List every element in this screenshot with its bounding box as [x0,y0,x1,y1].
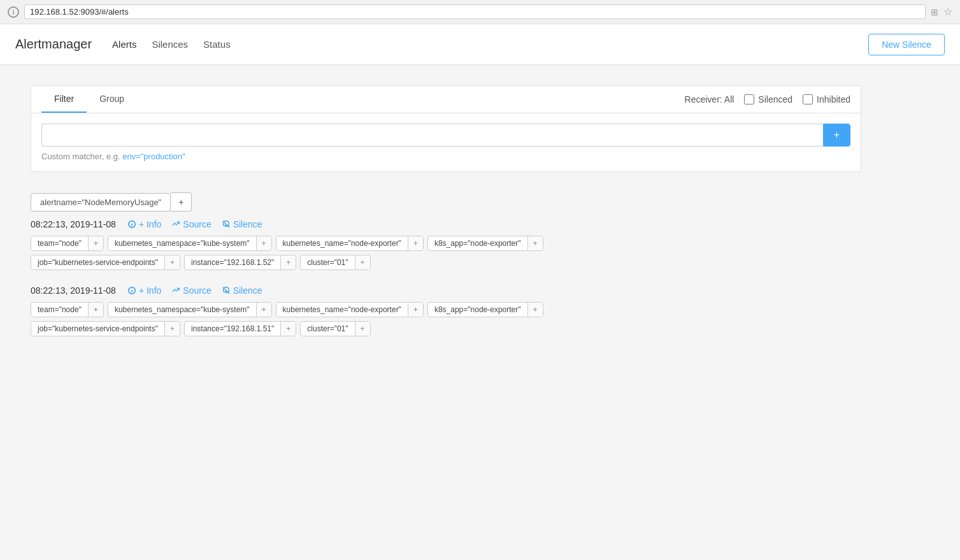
alert-item-0-1: 08:22:13, 2019-11-08 + Info Source Silen… [31,285,861,336]
label-tag: team="node"+ [31,302,104,317]
tab-group-btn[interactable]: Group [87,86,137,113]
label-tag-plus-button[interactable]: + [256,236,271,250]
filter-tabs: Filter Group Receiver: All Silenced Inhi… [31,86,861,113]
label-tag-plus-button[interactable]: + [527,236,543,250]
app-title: Alertmanager [15,37,92,52]
info-link[interactable]: + Info [127,219,161,229]
alert-labels-row-1: job="kubernetes-service-endpoints"+insta… [31,255,861,270]
filter-card: Filter Group Receiver: All Silenced Inhi… [31,85,861,172]
label-tag-text: k8s_app="node-exporter" [428,236,527,250]
filter-input-row: + [41,124,850,147]
alert-labels-row-1: job="kubernetes-service-endpoints"+insta… [31,321,861,336]
svg-point-2 [131,222,132,223]
label-tag: kubernetes_name="node-exporter"+ [276,236,424,251]
label-tag-text: kubernetes_namespace="kube-system" [108,303,256,317]
alert-labels-row-0: team="node"+kubernetes_namespace="kube-s… [31,302,861,317]
silenced-checkbox-group: Silenced [744,94,792,104]
browser-chrome: i 192.168.1.52:9093/#/alerts ⊞ ☆ [0,0,960,24]
filter-hint-example: env="production" [122,152,185,161]
label-tag-text: k8s_app="node-exporter" [428,303,527,317]
label-tag-text: cluster="01" [301,322,354,336]
label-tag: k8s_app="node-exporter"+ [427,236,543,251]
bookmark-icon[interactable]: ☆ [943,6,952,18]
nav-status[interactable]: Status [203,36,231,52]
label-tag-text: team="node" [31,303,88,317]
alert-time: 08:22:13, 2019-11-08 [31,285,116,296]
label-tag-text: instance="192.168.1.52" [185,255,280,269]
label-tag: instance="192.168.1.52"+ [184,255,296,270]
page-info-icon[interactable]: i [8,6,19,18]
inhibited-label: Inhibited [817,94,850,104]
tab-group: Filter Group [41,86,137,113]
source-link[interactable]: Source [171,219,211,229]
label-tag-plus-button[interactable]: + [164,255,180,269]
label-tag-plus-button[interactable]: + [280,255,296,269]
label-tag-text: kubernetes_name="node-exporter" [276,236,408,250]
alert-item-0-0: 08:22:13, 2019-11-08 + Info Source Silen… [31,219,861,270]
svg-point-7 [131,289,132,289]
inhibited-checkbox-group: Inhibited [803,94,850,104]
label-tag: kubernetes_namespace="kube-system"+ [108,302,272,317]
filter-input[interactable] [41,124,823,147]
label-tag-plus-button[interactable]: + [527,303,543,317]
alert-meta-0-1: 08:22:13, 2019-11-08 + Info Source Silen… [31,285,861,296]
new-silence-button[interactable]: New Silence [868,34,945,55]
tab-filter[interactable]: Filter [41,86,87,113]
label-tag-plus-button[interactable]: + [355,322,370,336]
label-tag: kubernetes_name="node-exporter"+ [276,302,424,317]
nav-bar: Alerts Silences Status [112,36,868,52]
label-tag: cluster="01"+ [300,255,370,270]
alert-time: 08:22:13, 2019-11-08 [31,219,116,229]
label-tag: job="kubernetes-service-endpoints"+ [31,255,180,270]
label-tag-text: job="kubernetes-service-endpoints" [31,322,164,336]
url-bar[interactable]: 192.168.1.52:9093/#/alerts [24,4,926,19]
label-tag-text: team="node" [31,236,88,250]
filter-hint: Custom matcher, e.g. env="production" [41,152,850,161]
label-tag-text: instance="192.168.1.51" [185,322,280,336]
silenced-label: Silenced [758,94,792,104]
app-header: Alertmanager Alerts Silences Status New … [0,24,960,65]
nav-alerts[interactable]: Alerts [112,36,136,52]
label-tag-plus-button[interactable]: + [280,322,296,336]
silenced-checkbox[interactable] [744,94,754,104]
label-tag: cluster="01"+ [300,321,370,336]
main-content: Filter Group Receiver: All Silenced Inhi… [0,65,892,375]
alert-meta-0-0: 08:22:13, 2019-11-08 + Info Source Silen… [31,219,861,229]
alert-groups-container: alertname="NodeMemoryUsage"+08:22:13, 20… [31,192,861,336]
label-tag-plus-button[interactable]: + [88,303,103,317]
label-tag: kubernetes_namespace="kube-system"+ [108,236,272,251]
label-tag-text: kubernetes_name="node-exporter" [276,303,408,317]
label-tag-plus-button[interactable]: + [164,322,180,336]
label-tag-text: cluster="01" [301,255,354,269]
label-tag-text: kubernetes_namespace="kube-system" [108,236,256,250]
filter-body: + Custom matcher, e.g. env="production" [31,113,861,171]
label-tag-plus-button[interactable]: + [88,236,103,250]
label-tag: k8s_app="node-exporter"+ [427,302,543,317]
tabs-icon[interactable]: ⊞ [931,7,938,17]
label-tag: instance="192.168.1.51"+ [184,321,296,336]
silence-link[interactable]: Silence [222,219,262,229]
group-add-button-0[interactable]: + [171,192,192,212]
receiver-label: Receiver: All [685,94,734,104]
alert-group-0: alertname="NodeMemoryUsage"+08:22:13, 20… [31,192,861,336]
alert-labels-row-0: team="node"+kubernetes_namespace="kube-s… [31,236,861,251]
label-tag-plus-button[interactable]: + [355,255,370,269]
filter-add-button[interactable]: + [823,124,850,147]
label-tag-plus-button[interactable]: + [256,303,271,317]
source-link[interactable]: Source [171,285,211,296]
receiver-controls: Receiver: All Silenced Inhibited [685,94,850,104]
label-tag: job="kubernetes-service-endpoints"+ [31,321,180,336]
info-link[interactable]: + Info [127,285,161,296]
group-header-0: alertname="NodeMemoryUsage"+ [31,192,861,212]
label-tag: team="node"+ [31,236,104,251]
group-tag-0: alertname="NodeMemoryUsage" [31,193,171,212]
label-tag-plus-button[interactable]: + [408,236,423,250]
nav-silences[interactable]: Silences [152,36,188,52]
label-tag-text: job="kubernetes-service-endpoints" [31,255,164,269]
silence-link[interactable]: Silence [222,285,262,296]
inhibited-checkbox[interactable] [803,94,813,104]
label-tag-plus-button[interactable]: + [408,303,423,317]
